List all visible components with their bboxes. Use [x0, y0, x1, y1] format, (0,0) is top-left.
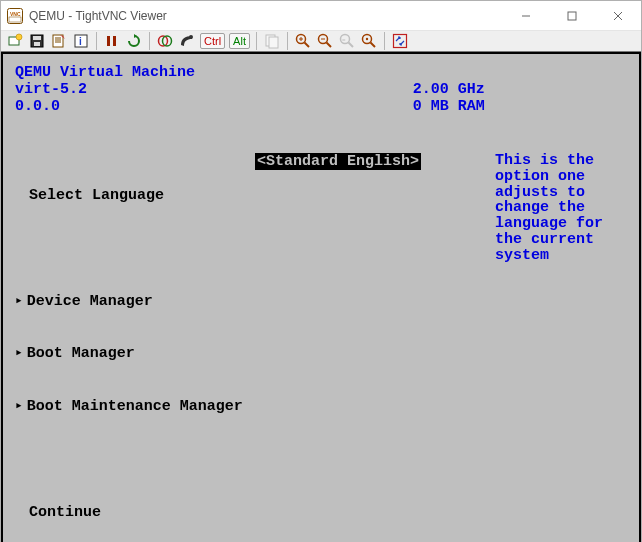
titlebar[interactable]: VNC QEMU - TightVNC Viewer: [1, 1, 641, 31]
zoom-out-icon[interactable]: [315, 31, 335, 51]
new-connection-icon[interactable]: [5, 31, 25, 51]
svg-rect-2: [9, 17, 21, 22]
transfer-icon[interactable]: [262, 31, 282, 51]
svg-text:i: i: [79, 36, 82, 47]
select-language-value[interactable]: <Standard English>: [255, 153, 421, 170]
zoom-auto-icon[interactable]: [359, 31, 379, 51]
menu-boot-manager[interactable]: Boot Manager: [15, 345, 255, 364]
svg-rect-4: [568, 12, 576, 20]
bios-cpu-speed: 2.00 GHz: [413, 81, 485, 98]
svg-line-36: [370, 43, 375, 48]
svg-point-37: [366, 38, 368, 40]
bios-header: QEMU Virtual Machine virt-5.2 2.00 GHz 0…: [3, 54, 639, 121]
app-window: VNC QEMU - TightVNC Viewer i: [0, 0, 642, 542]
bios-platform: virt-5.2: [15, 81, 413, 98]
save-icon[interactable]: [27, 31, 47, 51]
svg-text:=: =: [342, 37, 346, 43]
menu-continue[interactable]: Continue: [15, 504, 255, 523]
bios-version: 0.0.0: [15, 98, 413, 115]
maximize-button[interactable]: [549, 1, 595, 31]
close-button[interactable]: [595, 1, 641, 31]
options-icon[interactable]: [49, 31, 69, 51]
svg-rect-19: [113, 36, 116, 46]
svg-rect-18: [107, 36, 110, 46]
info-icon[interactable]: i: [71, 31, 91, 51]
svg-point-8: [16, 34, 22, 40]
ctrl-key-button[interactable]: Ctrl: [200, 33, 225, 49]
fullscreen-icon[interactable]: [390, 31, 410, 51]
svg-rect-11: [34, 42, 40, 46]
svg-point-22: [189, 35, 193, 39]
svg-rect-24: [269, 37, 278, 48]
svg-line-30: [326, 43, 331, 48]
ctrl-esc-icon[interactable]: [177, 31, 197, 51]
cad-icon[interactable]: [155, 31, 175, 51]
minimize-button[interactable]: [503, 1, 549, 31]
zoom-in-icon[interactable]: [293, 31, 313, 51]
menu-boot-maintenance-manager[interactable]: Boot Maintenance Manager: [15, 398, 255, 417]
zoom-100-icon[interactable]: =: [337, 31, 357, 51]
bios-ram: 0 MB RAM: [413, 98, 485, 115]
bios-help-text: This is the option one adjusts to change…: [485, 153, 627, 542]
refresh-icon[interactable]: [124, 31, 144, 51]
svg-rect-12: [53, 35, 63, 47]
pause-icon[interactable]: [102, 31, 122, 51]
bios-title: QEMU Virtual Machine: [15, 64, 413, 81]
svg-line-26: [304, 43, 309, 48]
svg-line-33: [348, 43, 353, 48]
toolbar: i Ctrl Alt =: [1, 31, 641, 52]
svg-text:VNC: VNC: [10, 11, 21, 17]
menu-select-language[interactable]: Select Language: [15, 187, 255, 206]
app-icon: VNC: [7, 8, 23, 24]
alt-key-button[interactable]: Alt: [229, 33, 250, 49]
window-title: QEMU - TightVNC Viewer: [29, 9, 167, 23]
svg-rect-10: [33, 36, 41, 40]
vnc-framebuffer[interactable]: QEMU Virtual Machine virt-5.2 2.00 GHz 0…: [1, 52, 641, 542]
bios-menu: Select Language Device Manager Boot Mana…: [3, 121, 639, 542]
menu-device-manager[interactable]: Device Manager: [15, 293, 255, 312]
